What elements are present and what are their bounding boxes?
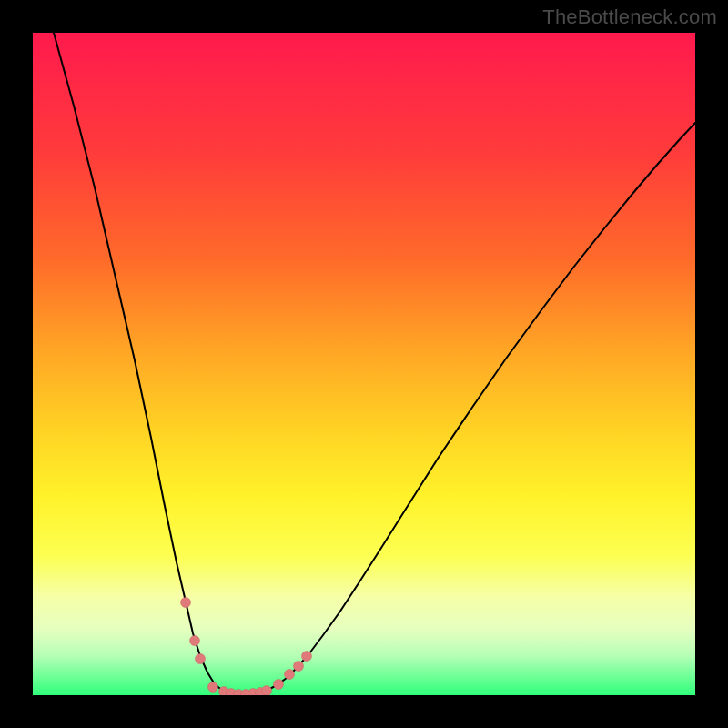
highlight-dot [262,686,272,696]
highlight-dot [190,636,200,646]
highlight-dot [294,662,304,672]
plot-area [33,33,695,695]
highlight-dot [181,598,191,608]
watermark-text: TheBottleneck.com [542,5,717,29]
chart-frame: TheBottleneck.com [0,0,728,728]
chart-svg [33,33,695,695]
highlight-dots [181,598,312,696]
highlight-dot [285,670,295,680]
valley-curve [54,33,695,694]
highlight-dot [208,682,218,693]
highlight-dot [274,680,284,690]
highlight-dot [302,652,312,662]
valley-curve-path [54,33,695,694]
highlight-dot [196,654,206,664]
